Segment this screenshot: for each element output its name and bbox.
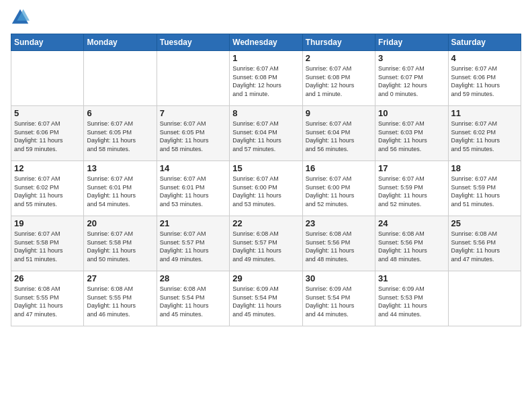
day-info: Sunrise: 6:07 AM Sunset: 6:08 PM Dayligh… (306, 64, 372, 98)
calendar-week-5: 26Sunrise: 6:08 AM Sunset: 5:55 PM Dayli… (11, 271, 521, 326)
day-number: 6 (87, 108, 153, 118)
calendar-cell: 27Sunrise: 6:08 AM Sunset: 5:55 PM Dayli… (84, 271, 157, 326)
day-info: Sunrise: 6:07 AM Sunset: 5:58 PM Dayligh… (87, 230, 153, 263)
weekday-header-wednesday: Wednesday (230, 34, 302, 51)
day-number: 13 (87, 163, 153, 173)
day-number: 4 (451, 53, 518, 63)
calendar-cell: 6Sunrise: 6:07 AM Sunset: 6:05 PM Daylig… (84, 106, 157, 161)
calendar-cell: 18Sunrise: 6:07 AM Sunset: 5:59 PM Dayli… (448, 161, 521, 216)
weekday-header-thursday: Thursday (302, 34, 375, 51)
day-info: Sunrise: 6:07 AM Sunset: 6:05 PM Dayligh… (87, 120, 153, 153)
day-info: Sunrise: 6:07 AM Sunset: 6:04 PM Dayligh… (306, 120, 372, 153)
calendar-cell: 1Sunrise: 6:07 AM Sunset: 6:08 PM Daylig… (230, 51, 302, 106)
day-info: Sunrise: 6:08 AM Sunset: 5:57 PM Dayligh… (232, 230, 299, 263)
day-info: Sunrise: 6:09 AM Sunset: 5:54 PM Dayligh… (306, 285, 372, 318)
calendar-cell (84, 51, 157, 106)
calendar-cell: 5Sunrise: 6:07 AM Sunset: 6:06 PM Daylig… (11, 106, 84, 161)
calendar-cell: 17Sunrise: 6:07 AM Sunset: 5:59 PM Dayli… (375, 161, 448, 216)
calendar-cell (11, 51, 84, 106)
day-number: 7 (160, 108, 226, 118)
main-container: SundayMondayTuesdayWednesdayThursdayFrid… (0, 0, 532, 332)
day-info: Sunrise: 6:07 AM Sunset: 6:06 PM Dayligh… (451, 64, 518, 98)
calendar-cell: 7Sunrise: 6:07 AM Sunset: 6:05 PM Daylig… (157, 106, 229, 161)
day-number: 23 (306, 218, 372, 228)
weekday-header-monday: Monday (84, 34, 157, 51)
day-number: 26 (14, 273, 81, 283)
calendar-cell: 19Sunrise: 6:07 AM Sunset: 5:58 PM Dayli… (11, 216, 84, 271)
calendar-cell: 16Sunrise: 6:07 AM Sunset: 6:00 PM Dayli… (302, 161, 375, 216)
day-info: Sunrise: 6:09 AM Sunset: 5:53 PM Dayligh… (378, 285, 445, 318)
calendar-cell: 3Sunrise: 6:07 AM Sunset: 6:07 PM Daylig… (375, 51, 448, 106)
calendar-week-3: 12Sunrise: 6:07 AM Sunset: 6:02 PM Dayli… (11, 161, 521, 216)
day-info: Sunrise: 6:09 AM Sunset: 5:54 PM Dayligh… (232, 285, 299, 318)
day-number: 20 (87, 218, 153, 228)
day-number: 14 (160, 163, 226, 173)
day-info: Sunrise: 6:08 AM Sunset: 5:56 PM Dayligh… (378, 230, 445, 263)
calendar-cell: 8Sunrise: 6:07 AM Sunset: 6:04 PM Daylig… (230, 106, 302, 161)
calendar-table: SundayMondayTuesdayWednesdayThursdayFrid… (11, 34, 521, 326)
calendar-week-1: 1Sunrise: 6:07 AM Sunset: 6:08 PM Daylig… (11, 51, 521, 106)
day-number: 10 (378, 108, 445, 118)
day-info: Sunrise: 6:07 AM Sunset: 5:57 PM Dayligh… (160, 230, 226, 263)
day-number: 16 (306, 163, 372, 173)
day-info: Sunrise: 6:08 AM Sunset: 5:56 PM Dayligh… (451, 230, 518, 263)
day-number: 29 (232, 273, 299, 283)
day-info: Sunrise: 6:08 AM Sunset: 5:56 PM Dayligh… (306, 230, 372, 263)
day-info: Sunrise: 6:07 AM Sunset: 6:00 PM Dayligh… (306, 175, 372, 208)
day-number: 11 (451, 108, 518, 118)
weekday-header-friday: Friday (375, 34, 448, 51)
calendar-cell: 14Sunrise: 6:07 AM Sunset: 6:01 PM Dayli… (157, 161, 229, 216)
day-number: 28 (160, 273, 226, 283)
day-info: Sunrise: 6:07 AM Sunset: 6:06 PM Dayligh… (14, 120, 81, 153)
day-number: 8 (232, 108, 299, 118)
day-number: 2 (306, 53, 372, 63)
calendar-cell: 25Sunrise: 6:08 AM Sunset: 5:56 PM Dayli… (448, 216, 521, 271)
calendar-cell: 26Sunrise: 6:08 AM Sunset: 5:55 PM Dayli… (11, 271, 84, 326)
day-number: 5 (14, 108, 81, 118)
calendar-cell: 23Sunrise: 6:08 AM Sunset: 5:56 PM Dayli… (302, 216, 375, 271)
day-info: Sunrise: 6:07 AM Sunset: 6:05 PM Dayligh… (160, 120, 226, 153)
weekday-header-tuesday: Tuesday (157, 34, 229, 51)
day-number: 3 (378, 53, 445, 63)
calendar-cell: 13Sunrise: 6:07 AM Sunset: 6:01 PM Dayli… (84, 161, 157, 216)
calendar-cell: 15Sunrise: 6:07 AM Sunset: 6:00 PM Dayli… (230, 161, 302, 216)
day-number: 19 (14, 218, 81, 228)
calendar-cell: 30Sunrise: 6:09 AM Sunset: 5:54 PM Dayli… (302, 271, 375, 326)
day-number: 17 (378, 163, 445, 173)
calendar-cell: 22Sunrise: 6:08 AM Sunset: 5:57 PM Dayli… (230, 216, 302, 271)
calendar-cell: 28Sunrise: 6:08 AM Sunset: 5:54 PM Dayli… (157, 271, 229, 326)
calendar-cell: 11Sunrise: 6:07 AM Sunset: 6:02 PM Dayli… (448, 106, 521, 161)
day-number: 22 (232, 218, 299, 228)
weekday-header-sunday: Sunday (11, 34, 84, 51)
day-number: 31 (378, 273, 445, 283)
day-info: Sunrise: 6:07 AM Sunset: 6:00 PM Dayligh… (232, 175, 299, 208)
calendar-cell: 4Sunrise: 6:07 AM Sunset: 6:06 PM Daylig… (448, 51, 521, 106)
calendar-week-2: 5Sunrise: 6:07 AM Sunset: 6:06 PM Daylig… (11, 106, 521, 161)
day-number: 27 (87, 273, 153, 283)
day-number: 15 (232, 163, 299, 173)
day-info: Sunrise: 6:07 AM Sunset: 6:01 PM Dayligh… (160, 175, 226, 208)
day-number: 25 (451, 218, 518, 228)
day-info: Sunrise: 6:07 AM Sunset: 5:58 PM Dayligh… (14, 230, 81, 263)
calendar-cell: 24Sunrise: 6:08 AM Sunset: 5:56 PM Dayli… (375, 216, 448, 271)
day-number: 24 (378, 218, 445, 228)
day-info: Sunrise: 6:08 AM Sunset: 5:55 PM Dayligh… (87, 285, 153, 318)
weekday-header-saturday: Saturday (448, 34, 521, 51)
calendar-cell: 31Sunrise: 6:09 AM Sunset: 5:53 PM Dayli… (375, 271, 448, 326)
day-info: Sunrise: 6:08 AM Sunset: 5:55 PM Dayligh… (14, 285, 81, 318)
day-number: 21 (160, 218, 226, 228)
day-number: 18 (451, 163, 518, 173)
day-number: 12 (14, 163, 81, 173)
day-number: 1 (232, 53, 299, 63)
day-info: Sunrise: 6:07 AM Sunset: 5:59 PM Dayligh… (451, 175, 518, 208)
logo (11, 8, 31, 27)
day-number: 9 (306, 108, 372, 118)
calendar-cell: 12Sunrise: 6:07 AM Sunset: 6:02 PM Dayli… (11, 161, 84, 216)
day-info: Sunrise: 6:07 AM Sunset: 6:08 PM Dayligh… (232, 64, 299, 98)
calendar-cell: 29Sunrise: 6:09 AM Sunset: 5:54 PM Dayli… (230, 271, 302, 326)
calendar-cell (448, 271, 521, 326)
logo-icon (11, 8, 30, 27)
calendar-week-4: 19Sunrise: 6:07 AM Sunset: 5:58 PM Dayli… (11, 216, 521, 271)
day-info: Sunrise: 6:07 AM Sunset: 6:01 PM Dayligh… (87, 175, 153, 208)
header (11, 8, 521, 27)
